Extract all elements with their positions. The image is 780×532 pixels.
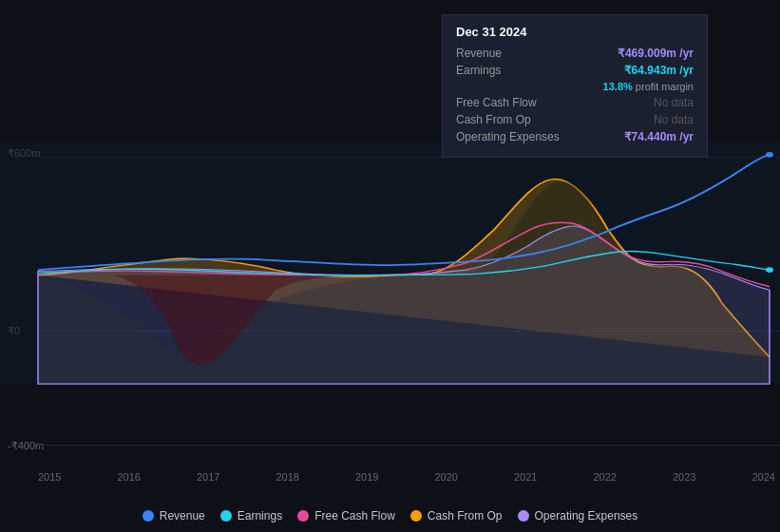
tooltip-value-cashop: No data <box>654 113 694 126</box>
x-label-2016: 2016 <box>118 471 141 483</box>
tooltip-value-earnings: ₹64.943m /yr <box>624 64 694 77</box>
tooltip-row-cashop: Cash From Op No data <box>456 113 694 126</box>
tooltip-label-earnings: Earnings <box>456 64 570 77</box>
legend-dot-cashop <box>410 510 422 522</box>
x-label-2019: 2019 <box>355 471 378 483</box>
legend-item-fcf[interactable]: Free Cash Flow <box>297 509 395 522</box>
tooltip-row-revenue: Revenue ₹469.009m /yr <box>456 47 694 60</box>
legend-dot-fcf <box>297 510 309 522</box>
legend-label-earnings: Earnings <box>238 509 282 522</box>
legend-item-opex[interactable]: Operating Expenses <box>518 509 638 522</box>
tooltip-row-opex: Operating Expenses ₹74.440m /yr <box>456 130 694 143</box>
tooltip-value-fcf: No data <box>654 96 694 109</box>
legend-dot-opex <box>518 510 529 522</box>
legend-dot-earnings <box>220 510 232 522</box>
legend-label-opex: Operating Expenses <box>535 509 638 522</box>
x-label-2018: 2018 <box>276 471 299 483</box>
chart-svg <box>0 142 780 484</box>
legend-item-earnings[interactable]: Earnings <box>220 509 282 522</box>
tooltip-label-opex: Operating Expenses <box>456 130 570 143</box>
x-label-2020: 2020 <box>435 471 458 483</box>
legend: Revenue Earnings Free Cash Flow Cash Fro… <box>0 509 780 522</box>
x-labels: 2015 2016 2017 2018 2019 2020 2021 2022 … <box>38 471 775 483</box>
tooltip-label-cashop: Cash From Op <box>456 113 570 126</box>
tooltip-value-revenue: ₹469.009m /yr <box>618 47 694 60</box>
tooltip-label-fcf: Free Cash Flow <box>456 96 570 109</box>
legend-item-cashop[interactable]: Cash From Op <box>410 509 503 522</box>
tooltip-row-earnings: Earnings ₹64.943m /yr <box>456 64 694 77</box>
x-label-2017: 2017 <box>197 471 219 483</box>
svg-point-2 <box>766 267 773 273</box>
x-label-2021: 2021 <box>514 471 537 483</box>
chart-container: ₹600m ₹0 -₹400m <box>0 0 780 532</box>
tooltip-profit-margin: 13.8% profit margin <box>603 81 694 92</box>
legend-label-revenue: Revenue <box>160 509 205 522</box>
legend-item-revenue[interactable]: Revenue <box>143 509 205 522</box>
margin-value: 13.8% <box>603 81 633 92</box>
tooltip-box: Dec 31 2024 Revenue ₹469.009m /yr Earnin… <box>442 14 708 158</box>
x-label-2024: 2024 <box>752 471 775 483</box>
legend-label-cashop: Cash From Op <box>428 509 503 522</box>
tooltip-date: Dec 31 2024 <box>456 25 694 39</box>
x-label-2023: 2023 <box>673 471 695 483</box>
legend-label-fcf: Free Cash Flow <box>314 509 395 522</box>
legend-dot-revenue <box>143 510 154 522</box>
svg-point-1 <box>766 152 773 158</box>
tooltip-row-margin: 13.8% profit margin <box>456 81 694 92</box>
tooltip-label-revenue: Revenue <box>456 47 570 60</box>
x-label-2015: 2015 <box>38 471 61 483</box>
tooltip-row-fcf: Free Cash Flow No data <box>456 96 694 109</box>
tooltip-value-opex: ₹74.440m /yr <box>624 130 694 143</box>
x-label-2022: 2022 <box>594 471 617 483</box>
